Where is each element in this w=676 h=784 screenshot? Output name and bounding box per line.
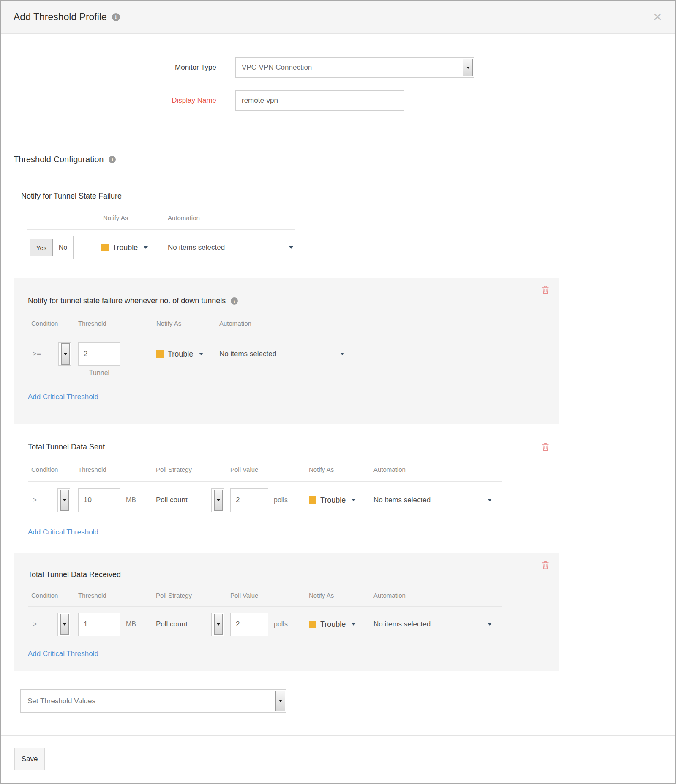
threshold-input[interactable] [78, 488, 120, 512]
chevron-down-icon [352, 623, 356, 626]
divider [1, 735, 675, 736]
notify-as-dropdown[interactable]: Trouble [309, 612, 356, 636]
monitor-type-value: VPC-VPN Connection [236, 58, 462, 77]
notify-as-dropdown[interactable]: Trouble [101, 236, 148, 259]
threshold-input[interactable] [78, 342, 120, 366]
trash-icon[interactable] [542, 286, 549, 294]
toggle-yes-button[interactable]: Yes [30, 239, 53, 256]
automation-value: No items selected [219, 350, 276, 358]
down-tunnels-column-headers: Condition Threshold Notify As Automation [28, 320, 545, 328]
column-header-condition: Condition [31, 320, 58, 327]
tunnel-state-title: Notify for Tunnel State Failure [21, 192, 675, 201]
data-received-title: Total Tunnel Data Received [28, 570, 545, 579]
chevron-down-icon[interactable] [60, 490, 69, 511]
automation-value: No items selected [168, 243, 225, 252]
divider [14, 172, 662, 172]
tunnel-state-section: Notify for Tunnel State Failure Notify A… [21, 192, 675, 259]
divider [28, 481, 502, 482]
data-received-row: > MB Poll count polls Trouble No items s… [28, 612, 545, 636]
set-threshold-values-select[interactable]: Set Threshold Values [20, 689, 286, 713]
divider [28, 335, 348, 335]
column-header-notify-as: Notify As [103, 214, 128, 221]
chevron-down-icon [144, 246, 148, 249]
poll-strategy-select[interactable] [211, 612, 224, 636]
poll-strategy-value: Poll count [156, 488, 188, 512]
monitor-type-row: Monitor Type VPC-VPN Connection [1, 57, 675, 78]
chevron-down-icon[interactable] [463, 59, 473, 76]
column-header-notify-as: Notify As [309, 592, 334, 599]
tunnel-state-column-headers: Notify As Automation [27, 214, 295, 223]
monitor-type-select[interactable]: VPC-VPN Connection [235, 57, 474, 78]
condition-select[interactable] [57, 612, 70, 636]
threshold-configuration-heading: Threshold Configuration i [14, 155, 662, 164]
poll-strategy-value: Poll count [156, 612, 188, 636]
chevron-down-icon[interactable] [275, 691, 285, 711]
notify-as-value: Trouble [112, 243, 138, 252]
notify-toggle[interactable]: Yes No [27, 236, 74, 259]
display-name-input[interactable] [235, 90, 404, 111]
trash-icon[interactable] [542, 561, 549, 569]
info-icon: i [109, 156, 116, 163]
automation-value: No items selected [373, 496, 431, 504]
column-header-poll-value: Poll Value [230, 466, 258, 473]
poll-value-input[interactable] [230, 612, 268, 636]
save-button[interactable]: Save [14, 748, 45, 770]
notify-as-dropdown[interactable]: Trouble [156, 342, 203, 366]
trouble-status-icon [156, 350, 164, 358]
divider [28, 606, 502, 607]
automation-value: No items selected [373, 620, 431, 629]
automation-dropdown[interactable]: No items selected [373, 612, 492, 636]
data-sent-row: > MB Poll count polls Trouble No items s… [28, 488, 545, 512]
data-sent-column-headers: Condition Threshold Poll Strategy Poll V… [28, 466, 545, 474]
close-icon[interactable]: ✕ [653, 11, 662, 23]
chevron-down-icon [488, 623, 492, 626]
data-received-panel: Total Tunnel Data Received Condition Thr… [14, 553, 559, 671]
add-critical-threshold-link[interactable]: Add Critical Threshold [28, 528, 98, 536]
column-header-automation: Automation [373, 592, 406, 599]
poll-strategy-select[interactable] [211, 488, 224, 512]
notify-as-value: Trouble [320, 496, 346, 505]
info-icon: i [231, 297, 238, 305]
threshold-unit-label: Tunnel [78, 369, 120, 377]
automation-dropdown[interactable]: No items selected [219, 342, 344, 366]
column-header-automation: Automation [373, 466, 406, 473]
automation-dropdown[interactable]: No items selected [373, 488, 492, 512]
add-critical-threshold-link[interactable]: Add Critical Threshold [28, 393, 98, 401]
chevron-down-icon[interactable] [214, 614, 223, 635]
chevron-down-icon [352, 499, 356, 501]
chevron-down-icon[interactable] [60, 614, 69, 635]
chevron-down-icon [289, 246, 293, 249]
poll-value-input[interactable] [230, 488, 268, 512]
trash-icon[interactable] [542, 443, 549, 451]
info-icon: i [112, 13, 120, 21]
automation-dropdown[interactable]: No items selected [168, 236, 293, 259]
chevron-down-icon[interactable] [214, 490, 223, 511]
column-header-threshold: Threshold [78, 592, 106, 599]
condition-select[interactable] [58, 342, 71, 366]
data-sent-section: Total Tunnel Data Sent Condition Thresho… [14, 443, 559, 536]
notify-as-dropdown[interactable]: Trouble [309, 488, 356, 512]
column-header-poll-value: Poll Value [230, 592, 258, 599]
threshold-input[interactable] [78, 612, 120, 636]
column-header-condition: Condition [31, 592, 58, 599]
column-header-threshold: Threshold [78, 466, 106, 473]
threshold-unit-label: MB [126, 612, 136, 636]
page-title: Add Threshold Profile [14, 11, 107, 23]
condition-select[interactable] [57, 488, 70, 512]
chevron-down-icon[interactable] [61, 343, 70, 365]
column-header-automation: Automation [219, 320, 251, 327]
condition-value: > [33, 488, 37, 512]
add-critical-threshold-link[interactable]: Add Critical Threshold [28, 650, 98, 658]
down-tunnels-row: >= Trouble No items selected [28, 342, 545, 366]
poll-value-unit-label: polls [274, 612, 288, 636]
divider [27, 229, 295, 230]
threshold-configuration-title: Threshold Configuration [14, 155, 104, 164]
display-name-row: Display Name [1, 90, 675, 111]
column-header-notify-as: Notify As [309, 466, 334, 473]
condition-value: >= [33, 342, 41, 366]
column-header-poll-strategy: Poll Strategy [156, 466, 192, 473]
column-header-threshold: Threshold [78, 320, 106, 327]
toggle-no-button[interactable]: No [53, 244, 73, 251]
down-tunnels-panel: Notify for tunnel state failure whenever… [14, 278, 559, 424]
down-tunnels-title: Notify for tunnel state failure whenever… [28, 297, 545, 305]
